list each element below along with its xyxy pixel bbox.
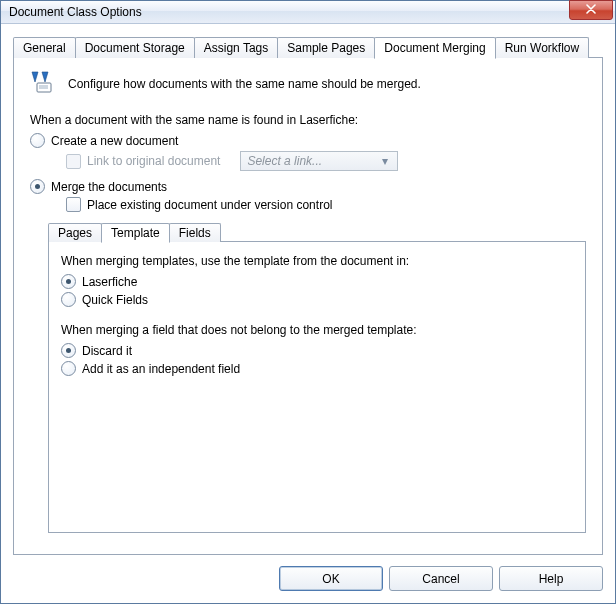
radio-template-quickfields[interactable]: Quick Fields <box>61 292 573 307</box>
inner-tab-template[interactable]: Template <box>101 223 170 243</box>
tab-panel-document-merging: Configure how documents with the same na… <box>13 57 603 555</box>
merge-icon <box>30 70 58 97</box>
main-tabstrip: General Document Storage Assign Tags Sam… <box>13 36 603 58</box>
tab-document-merging[interactable]: Document Merging <box>374 37 495 59</box>
radio-merge-docs-label: Merge the documents <box>51 180 167 194</box>
tab-sample-pages[interactable]: Sample Pages <box>277 37 375 58</box>
description-row: Configure how documents with the same na… <box>30 70 586 97</box>
radio-icon <box>30 133 45 148</box>
svg-marker-0 <box>32 72 38 82</box>
dialog-window: Document Class Options General Document … <box>0 0 616 604</box>
radio-icon <box>30 179 45 194</box>
tab-assign-tags[interactable]: Assign Tags <box>194 37 278 58</box>
tab-document-storage[interactable]: Document Storage <box>75 37 195 58</box>
radio-field-add-independent-label: Add it as an independent field <box>82 362 240 376</box>
dialog-buttons: OK Cancel Help <box>1 556 615 603</box>
select-link-placeholder: Select a link... <box>247 154 322 168</box>
radio-field-discard-label: Discard it <box>82 344 132 358</box>
radio-icon <box>61 292 76 307</box>
chevron-down-icon: ▾ <box>377 154 393 168</box>
inner-tab-fields[interactable]: Fields <box>169 223 221 242</box>
radio-create-new[interactable]: Create a new document <box>30 133 586 148</box>
close-button[interactable] <box>569 0 613 20</box>
select-link-combo: Select a link... ▾ <box>240 151 398 171</box>
radio-icon <box>61 361 76 376</box>
radio-merge-docs[interactable]: Merge the documents <box>30 179 586 194</box>
content-area: General Document Storage Assign Tags Sam… <box>1 24 615 556</box>
inner-tab-area: Pages Template Fields When merging templ… <box>48 222 586 534</box>
description-text: Configure how documents with the same na… <box>68 77 421 91</box>
checkbox-version-control[interactable]: Place existing document under version co… <box>66 197 586 212</box>
radio-field-discard[interactable]: Discard it <box>61 343 573 358</box>
svg-marker-1 <box>42 72 48 82</box>
when-found-label: When a document with the same name is fo… <box>30 113 586 127</box>
inner-panel-template: When merging templates, use the template… <box>48 241 586 533</box>
radio-template-laserfiche-label: Laserfiche <box>82 275 137 289</box>
radio-icon <box>61 343 76 358</box>
close-icon <box>586 3 596 17</box>
checkbox-icon <box>66 197 81 212</box>
radio-create-new-label: Create a new document <box>51 134 178 148</box>
checkbox-link-original: Link to original document Select a link.… <box>66 151 586 171</box>
cancel-button[interactable]: Cancel <box>389 566 493 591</box>
radio-template-quickfields-label: Quick Fields <box>82 293 148 307</box>
tab-run-workflow[interactable]: Run Workflow <box>495 37 589 58</box>
inner-tab-pages[interactable]: Pages <box>48 223 102 242</box>
checkbox-icon <box>66 154 81 169</box>
radio-icon <box>61 274 76 289</box>
version-control-label: Place existing document under version co… <box>87 198 332 212</box>
titlebar: Document Class Options <box>1 1 615 24</box>
merging-templates-label: When merging templates, use the template… <box>61 254 573 268</box>
radio-template-laserfiche[interactable]: Laserfiche <box>61 274 573 289</box>
merging-field-label: When merging a field that does not belon… <box>61 323 573 337</box>
radio-field-add-independent[interactable]: Add it as an independent field <box>61 361 573 376</box>
window-title: Document Class Options <box>9 5 569 19</box>
inner-tabstrip: Pages Template Fields <box>48 222 586 242</box>
link-original-label: Link to original document <box>87 154 220 168</box>
tab-general[interactable]: General <box>13 37 76 58</box>
help-button[interactable]: Help <box>499 566 603 591</box>
ok-button[interactable]: OK <box>279 566 383 591</box>
